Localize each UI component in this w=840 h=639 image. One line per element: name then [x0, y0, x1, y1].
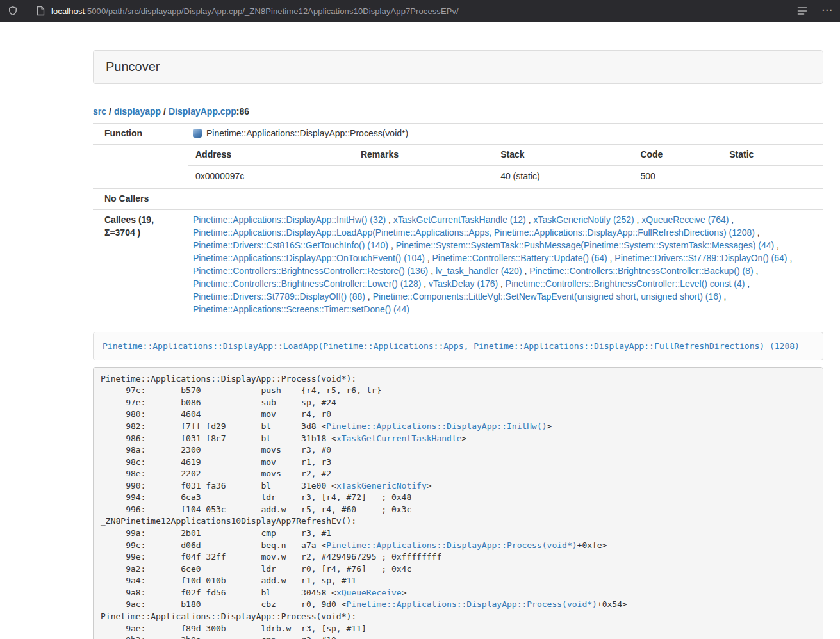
breadcrumb-separator: /: [106, 106, 114, 117]
breadcrumb-link-src[interactable]: src: [93, 106, 106, 117]
highlighted-symbol-panel: Pinetime::Applications::DisplayApp::Load…: [93, 332, 823, 360]
url-host: localhost: [51, 6, 85, 16]
app-title: Puncover: [106, 60, 160, 74]
callee-link[interactable]: Pinetime::Applications::Screens::Timer::…: [193, 304, 409, 314]
url-bar[interactable]: localhost:5000/path/src/displayapp/Displ…: [51, 6, 797, 16]
overflow-menu-icon[interactable]: ⋯: [821, 4, 832, 18]
site-identity-page-icon[interactable]: [36, 6, 45, 16]
col-static: Static: [721, 145, 823, 165]
value-stack: 40 (static): [493, 165, 632, 188]
disasm-symbol-link[interactable]: Pinetime::Applications::DisplayApp::Proc…: [347, 599, 597, 609]
callee-link[interactable]: Pinetime::Drivers::St7789::DisplayOff() …: [193, 291, 365, 302]
app-title-panel: Puncover: [93, 50, 823, 84]
callees-row: Callees (19, Σ=3704 ) Pinetime::Applicat…: [93, 209, 823, 320]
callers-cell: [188, 188, 823, 209]
callee-link[interactable]: Pinetime::Components::LittleVgl::SetNewT…: [373, 291, 721, 302]
breadcrumb-separator: /: [161, 106, 169, 117]
callee-link[interactable]: Pinetime::Applications::DisplayApp::OnTo…: [193, 253, 425, 263]
function-stats-cell: Address Remarks Stack Code Static 0x0000…: [188, 144, 823, 188]
value-static: [721, 165, 823, 188]
disassembly-code-block: Pinetime::Applications::DisplayApp::Proc…: [93, 367, 823, 639]
function-type-icon: [193, 129, 202, 138]
page-container: Puncover src/displayapp/DisplayApp.cpp:8…: [93, 22, 823, 639]
col-stack: Stack: [493, 145, 632, 165]
disasm-symbol-link[interactable]: xQueueReceive: [336, 588, 402, 597]
function-stats-table: Address Remarks Stack Code Static 0x0000…: [188, 145, 823, 188]
function-stats-row: Address Remarks Stack Code Static 0x0000…: [93, 144, 823, 188]
callee-link[interactable]: Pinetime::System::SystemTask::PushMessag…: [396, 240, 775, 250]
callee-link[interactable]: xTaskGenericNotify (252): [533, 214, 634, 225]
disasm-symbol-link[interactable]: xTaskGetCurrentTaskHandle: [336, 433, 462, 443]
disasm-symbol-link[interactable]: Pinetime::Applications::DisplayApp::Init…: [326, 421, 547, 431]
value-address: 0x0000097c: [188, 165, 353, 188]
highlighted-symbol-link[interactable]: Pinetime::Applications::DisplayApp::Load…: [103, 341, 800, 351]
callee-link[interactable]: Pinetime::Applications::DisplayApp::Init…: [193, 214, 386, 225]
col-code: Code: [632, 145, 721, 165]
browser-chrome: localhost:5000/path/src/displayapp/Displ…: [0, 0, 840, 22]
callee-link[interactable]: Pinetime::Drivers::Cst816S::GetTouchInfo…: [193, 240, 388, 250]
empty-label-cell: [93, 144, 188, 188]
callers-row: No Callers: [93, 188, 823, 209]
callees-list: Pinetime::Applications::DisplayApp::Init…: [188, 209, 823, 320]
callee-link[interactable]: vTaskDelay (176): [429, 279, 498, 289]
symbol-table: Function Pinetime::Applications::Display…: [93, 123, 823, 320]
disasm-symbol-link[interactable]: xTaskGenericNotify: [336, 481, 427, 490]
callee-link[interactable]: Pinetime::Controllers::BrightnessControl…: [193, 279, 421, 289]
divider: [93, 97, 823, 97]
function-row-label: Function: [93, 124, 188, 145]
callee-link[interactable]: Pinetime::Controllers::BrightnessControl…: [193, 266, 428, 276]
function-name: Pinetime::Applications::DisplayApp::Proc…: [206, 128, 408, 138]
callee-link[interactable]: Pinetime::Controllers::BrightnessControl…: [529, 266, 753, 276]
stats-value-row: 0x0000097c 40 (static) 500: [188, 165, 823, 188]
breadcrumb-link-displayapp[interactable]: displayapp: [114, 106, 161, 117]
breadcrumb-link-file[interactable]: DisplayApp.cpp: [169, 106, 236, 117]
function-row: Function Pinetime::Applications::Display…: [93, 124, 823, 145]
callee-link[interactable]: xQueueReceive (764): [641, 214, 729, 225]
disasm-symbol-link[interactable]: Pinetime::Applications::DisplayApp::Proc…: [326, 540, 577, 550]
callees-label: Callees (19, Σ=3704 ): [93, 209, 188, 320]
callee-link[interactable]: Pinetime::Drivers::St7789::DisplayOn() (…: [614, 253, 787, 263]
callee-link[interactable]: lv_task_handler (420): [436, 266, 522, 276]
callee-link[interactable]: Pinetime::Applications::DisplayApp::Load…: [193, 227, 755, 238]
col-address: Address: [188, 145, 353, 165]
reader-view-icon[interactable]: [797, 6, 807, 15]
callee-link[interactable]: xTaskGetCurrentTaskHandle (12): [393, 214, 526, 225]
breadcrumb-line-number: :86: [236, 106, 249, 117]
callee-link[interactable]: Pinetime::Controllers::BrightnessControl…: [506, 279, 745, 289]
col-remarks: Remarks: [353, 145, 493, 165]
tracking-protection-shield-icon[interactable]: [8, 6, 18, 16]
value-remarks: [353, 165, 493, 188]
callee-link[interactable]: Pinetime::Controllers::Battery::Update()…: [432, 253, 607, 263]
url-path: :5000/path/src/displayapp/DisplayApp.cpp…: [85, 6, 459, 16]
stats-header-row: Address Remarks Stack Code Static: [188, 145, 823, 165]
value-code: 500: [632, 165, 721, 188]
breadcrumb: src/displayapp/DisplayApp.cpp:86: [93, 106, 823, 117]
callers-label: No Callers: [93, 188, 188, 209]
function-name-cell: Pinetime::Applications::DisplayApp::Proc…: [188, 124, 823, 145]
